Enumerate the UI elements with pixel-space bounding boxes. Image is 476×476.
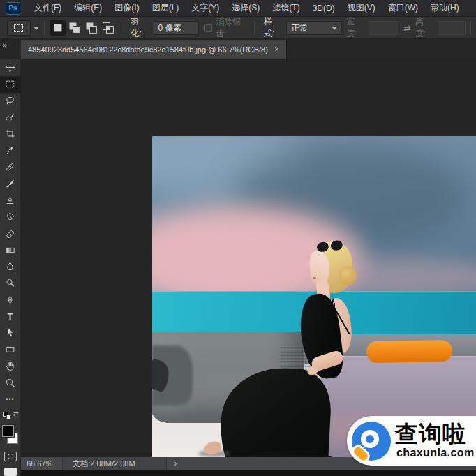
divider	[121, 21, 121, 35]
hand-tool[interactable]	[0, 358, 21, 375]
intersect-selection-icon	[101, 20, 116, 36]
width-label: 宽度:	[346, 16, 365, 40]
foreground-color-swatch[interactable]	[2, 425, 14, 437]
menu-layer[interactable]: 图层(L)	[146, 0, 186, 17]
gradient-tool[interactable]	[0, 241, 21, 258]
blur-tool[interactable]	[0, 258, 21, 275]
subtract-from-selection-button[interactable]	[84, 20, 99, 36]
style-label: 样式:	[264, 16, 283, 40]
type-tool[interactable]: T	[0, 308, 21, 325]
antialias-label: 消除锯齿	[216, 16, 249, 40]
menu-bar: Ps 文件(F) 编辑(E) 图像(I) 图层(L) 文字(Y) 选择(S) 滤…	[0, 0, 476, 17]
menu-filter[interactable]: 滤镜(T)	[266, 0, 306, 17]
panel-collapse-chevron-icon[interactable]: »	[0, 40, 21, 59]
document-size-info: 文档:2.08M/2.08M	[62, 457, 167, 470]
menu-3d[interactable]: 3D(D)	[306, 0, 341, 17]
marquee-preset-icon	[14, 24, 23, 32]
rectangle-shape-tool[interactable]	[0, 341, 21, 358]
tab-close-icon[interactable]: ×	[274, 45, 279, 54]
color-swatches	[0, 423, 21, 447]
window-bottom-edge	[21, 470, 476, 476]
add-selection-icon	[67, 20, 82, 36]
screen-mode-button[interactable]	[4, 468, 17, 476]
watermark-title: 查询啦	[395, 422, 466, 447]
document-tab[interactable]: 48540923dd54564e08122c8dbfde9c82d1584f0b…	[21, 40, 287, 59]
crop-tool[interactable]	[0, 126, 21, 142]
swap-dimensions-icon: ⇄	[403, 23, 411, 34]
move-tool[interactable]	[0, 59, 21, 76]
photo-lips	[313, 277, 316, 279]
swap-colors-icon[interactable]: ⇄	[13, 410, 19, 417]
quick-selection-tool[interactable]	[0, 109, 21, 126]
add-to-selection-button[interactable]	[67, 20, 82, 36]
style-select[interactable]: 正常	[286, 21, 342, 35]
preset-caret-icon[interactable]	[34, 27, 39, 30]
photoshop-logo: Ps	[6, 2, 20, 15]
antialias-checkbox	[204, 24, 212, 32]
style-select-value: 正常	[291, 22, 308, 34]
path-selection-tool[interactable]	[0, 325, 21, 341]
menu-image[interactable]: 图像(I)	[108, 0, 145, 17]
eyedropper-tool[interactable]	[0, 142, 21, 159]
tool-preset-picker[interactable]	[7, 20, 31, 36]
menu-select[interactable]: 选择(S)	[225, 0, 266, 17]
document-tab-bar: » 48540923dd54564e08122c8dbfde9c82d1584f…	[0, 40, 476, 59]
document-tab-title: 48540923dd54564e08122c8dbfde9c82d1584f0b…	[28, 45, 268, 54]
style-caret-icon	[332, 27, 337, 30]
menu-edit[interactable]: 编辑(E)	[68, 0, 108, 17]
feather-label: 羽化:	[131, 16, 149, 40]
divider	[44, 21, 45, 35]
subtract-selection-icon	[84, 20, 99, 36]
width-input	[369, 21, 399, 35]
feather-input[interactable]: 0 像素	[154, 21, 200, 35]
quick-mask-button[interactable]	[4, 452, 17, 461]
dodge-tool[interactable]	[0, 275, 21, 292]
menu-help[interactable]: 帮助(H)	[424, 0, 466, 17]
new-selection-icon	[50, 20, 66, 36]
zoom-level-field[interactable]: 66.67%	[21, 459, 62, 468]
eraser-tool[interactable]	[0, 225, 21, 242]
rectangular-marquee-tool[interactable]	[0, 76, 21, 93]
status-options-chevron-icon[interactable]: ›	[167, 459, 184, 468]
pen-tool[interactable]	[0, 292, 21, 308]
tools-panel: T ••• ⇄	[0, 59, 21, 476]
height-input	[438, 21, 466, 35]
brush-tool[interactable]	[0, 175, 21, 192]
photo-hair-bun	[339, 266, 357, 285]
edit-toolbar-button[interactable]: •••	[0, 391, 21, 408]
spot-healing-brush-tool[interactable]	[0, 159, 21, 176]
default-swap-colors[interactable]: ⇄	[0, 410, 21, 422]
tool-options-bar: 羽化: 0 像素 消除锯齿 样式: 正常 宽度: ⇄ 高度:	[0, 17, 476, 39]
intersect-selection-button[interactable]	[101, 20, 116, 36]
clone-stamp-tool[interactable]	[0, 192, 21, 209]
menu-type[interactable]: 文字(Y)	[185, 0, 225, 17]
chaxunla-watermark: 查询啦 chaxunla.com	[347, 416, 476, 466]
lasso-tool[interactable]	[0, 93, 21, 110]
photo-orange-cushion-top	[366, 340, 453, 363]
canvas-pasteboard[interactable]	[21, 59, 476, 469]
divider	[470, 21, 471, 35]
menu-window[interactable]: 窗口(W)	[382, 0, 424, 17]
menu-file[interactable]: 文件(F)	[28, 0, 68, 17]
history-brush-tool[interactable]	[0, 209, 21, 225]
divider	[254, 21, 255, 35]
new-selection-button[interactable]	[50, 20, 66, 36]
zoom-tool[interactable]	[0, 374, 21, 391]
watermark-domain: chaxunla.com	[396, 447, 475, 459]
menu-view[interactable]: 视图(V)	[341, 0, 382, 17]
height-label: 高度:	[415, 16, 434, 40]
magnifier-logo-icon	[352, 422, 391, 461]
